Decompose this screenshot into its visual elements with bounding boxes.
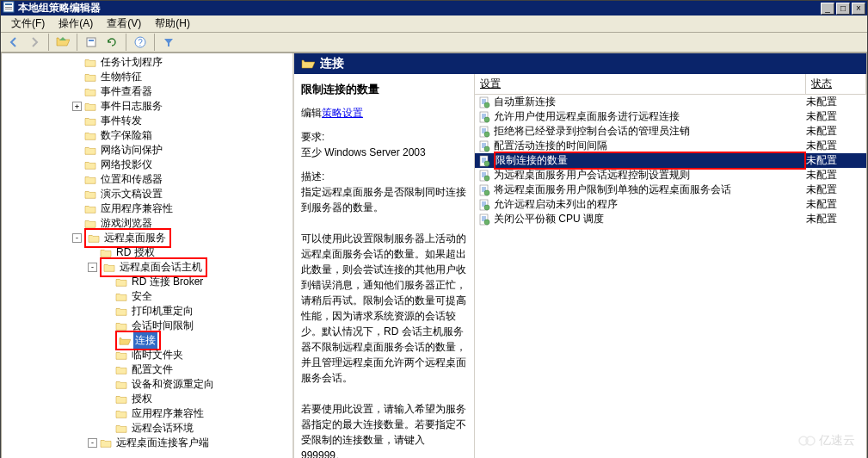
- setting-state: 未配置: [806, 139, 866, 153]
- header-band: 连接: [294, 53, 866, 74]
- setting-row[interactable]: 自动重新连接未配置: [475, 95, 866, 109]
- menu-view[interactable]: 查看(V): [100, 15, 148, 33]
- collapse-toggle[interactable]: -: [88, 438, 97, 448]
- minimize-button[interactable]: _: [821, 3, 834, 15]
- title-bar: 本地组策略编辑器 _ □ ×: [1, 1, 867, 15]
- help-button[interactable]: ?: [131, 33, 150, 52]
- setting-state: 未配置: [806, 124, 866, 139]
- properties-button[interactable]: [82, 33, 101, 52]
- desc-label: 描述:: [301, 169, 467, 184]
- settings-panel: 设置 状态 自动重新连接未配置允许用户使用远程桌面服务进行远程连接未配置拒绝将已…: [475, 74, 866, 458]
- tool-bar: ?: [1, 33, 867, 53]
- description-panel: 限制连接的数量 编辑策略设置 要求: 至少 Windows Server 200…: [294, 74, 475, 458]
- settings-list[interactable]: 自动重新连接未配置允许用户使用远程桌面服务进行远程连接未配置拒绝将已经登录到控制…: [475, 95, 866, 458]
- policy-icon: [477, 110, 491, 124]
- setting-name: 自动重新连接: [494, 95, 806, 109]
- setting-name: 为远程桌面服务用户会话远程控制设置规则: [494, 168, 806, 183]
- close-button[interactable]: ×: [852, 3, 865, 15]
- collapse-toggle[interactable]: -: [88, 263, 97, 272]
- setting-name: 关闭公平份额 CPU 调度: [494, 212, 806, 226]
- panel-title: 连接: [320, 56, 344, 71]
- svg-rect-8: [5, 9, 12, 9]
- setting-state: 未配置: [806, 109, 866, 124]
- maximize-button[interactable]: □: [836, 3, 850, 15]
- window-title: 本地组策略编辑器: [18, 1, 821, 15]
- refresh-button[interactable]: [102, 33, 121, 52]
- setting-row[interactable]: 限制连接的数量未配置: [475, 153, 866, 168]
- setting-row[interactable]: 为远程桌面服务用户会话远程控制设置规则未配置: [475, 168, 866, 183]
- expand-toggle[interactable]: +: [72, 102, 82, 111]
- setting-state: 未配置: [806, 197, 866, 212]
- policy-icon: [477, 213, 491, 226]
- col-state[interactable]: 状态: [806, 74, 866, 94]
- svg-text:?: ?: [138, 38, 143, 47]
- forward-button[interactable]: [25, 33, 44, 52]
- menu-action[interactable]: 操作(A): [52, 15, 100, 33]
- svg-rect-9: [87, 38, 95, 46]
- svg-rect-6: [5, 3, 12, 5]
- menu-help[interactable]: 帮助(H): [148, 15, 197, 33]
- setting-name: 限制连接的数量: [494, 152, 806, 170]
- menu-bar: 文件(F) 操作(A) 查看(V) 帮助(H): [1, 15, 867, 33]
- setting-state: 未配置: [806, 212, 866, 226]
- policy-icon: [477, 139, 491, 153]
- menu-file[interactable]: 文件(F): [4, 15, 52, 33]
- tree-node[interactable]: 远程桌面连接客户端: [114, 435, 211, 451]
- setting-row[interactable]: 拒绝将已经登录到控制台会话的管理员注销未配置: [475, 124, 866, 139]
- tree-panel[interactable]: 任务计划程序 生物特征 事件查看器 +事件日志服务 事件转发 数字保险箱 网络访…: [2, 53, 294, 458]
- folder-open-icon: [301, 58, 315, 70]
- up-button[interactable]: [53, 33, 72, 52]
- details-panel: 连接 限制连接的数量 编辑策略设置 要求: 至少 Windows Server …: [294, 53, 866, 458]
- req-value: 至少 Windows Server 2003: [301, 145, 467, 160]
- setting-state: 未配置: [806, 183, 866, 197]
- setting-row[interactable]: 允许远程启动未列出的程序未配置: [475, 197, 866, 212]
- svg-rect-7: [5, 7, 12, 8]
- policy-icon: [477, 96, 491, 109]
- policy-icon: [477, 169, 491, 183]
- app-icon: [3, 1, 15, 15]
- setting-name: 允许用户使用远程桌面服务进行远程连接: [494, 109, 806, 124]
- back-button[interactable]: [4, 33, 23, 52]
- policy-icon: [477, 183, 491, 197]
- desc-body: 指定远程桌面服务是否限制同时连接到服务器的数量。 可以使用此设置限制服务器上活动…: [301, 184, 467, 459]
- watermark: 亿速云: [798, 432, 855, 449]
- col-setting[interactable]: 设置: [475, 74, 806, 94]
- setting-name: 允许远程启动未列出的程序: [494, 197, 806, 212]
- svg-rect-10: [89, 40, 94, 41]
- setting-state: 未配置: [806, 95, 866, 109]
- setting-row[interactable]: 允许用户使用远程桌面服务进行远程连接未配置: [475, 109, 866, 124]
- setting-name: 拒绝将已经登录到控制台会话的管理员注销: [494, 124, 806, 139]
- setting-state: 未配置: [806, 153, 866, 168]
- req-label: 要求:: [301, 129, 467, 145]
- policy-icon: [477, 154, 491, 168]
- filter-button[interactable]: [159, 33, 178, 52]
- setting-row[interactable]: 关闭公平份额 CPU 调度未配置: [475, 212, 866, 226]
- policy-title: 限制连接的数量: [301, 81, 467, 98]
- policy-icon: [477, 125, 491, 139]
- collapse-toggle[interactable]: -: [72, 233, 82, 243]
- policy-icon: [477, 198, 491, 212]
- setting-row[interactable]: 将远程桌面服务用户限制到单独的远程桌面服务会话未配置: [475, 183, 866, 197]
- edit-policy-link[interactable]: 策略设置: [322, 107, 363, 119]
- settings-header: 设置 状态: [475, 74, 866, 95]
- setting-state: 未配置: [806, 168, 866, 183]
- setting-name: 将远程桌面服务用户限制到单独的远程桌面服务会话: [494, 183, 806, 197]
